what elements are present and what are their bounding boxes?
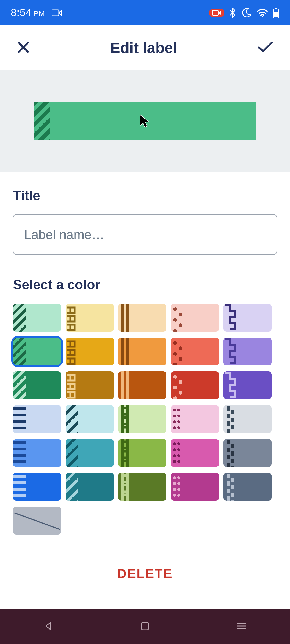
svg-point-2 — [262, 16, 263, 17]
bluetooth-icon — [229, 8, 236, 18]
nav-recents-button[interactable] — [235, 621, 247, 632]
android-nav-bar — [0, 609, 290, 644]
svg-rect-0 — [52, 10, 59, 16]
color-swatch[interactable] — [66, 439, 114, 467]
status-time-value: 8:54 — [11, 7, 32, 18]
color-swatch[interactable] — [171, 371, 219, 399]
nav-home-button[interactable] — [140, 621, 150, 632]
color-swatch[interactable] — [171, 405, 219, 433]
close-button[interactable] — [16, 40, 31, 56]
color-swatch[interactable] — [118, 405, 166, 433]
page-title: Edit label — [31, 39, 257, 56]
status-time-ampm: PM — [33, 9, 45, 18]
color-swatch[interactable] — [171, 473, 219, 501]
status-time: 8:54PM — [11, 7, 45, 19]
title-label: Title — [13, 188, 277, 203]
color-swatch[interactable] — [13, 304, 61, 332]
select-color-label: Select a color — [13, 277, 277, 292]
color-swatch[interactable] — [223, 439, 272, 467]
color-swatch[interactable] — [66, 405, 114, 433]
color-swatch[interactable] — [171, 304, 219, 332]
color-swatch[interactable] — [223, 304, 272, 332]
color-swatch[interactable] — [13, 371, 61, 399]
color-swatch[interactable] — [118, 439, 166, 467]
color-swatch[interactable] — [66, 371, 114, 399]
app-header: Edit label — [0, 25, 290, 70]
color-swatch[interactable] — [66, 473, 114, 501]
color-swatch[interactable] — [223, 405, 272, 433]
color-swatch[interactable] — [118, 338, 166, 365]
square-home-icon — [140, 621, 150, 631]
check-icon — [257, 41, 274, 54]
color-swatch[interactable] — [118, 371, 166, 399]
color-swatch[interactable] — [13, 338, 61, 365]
delete-button[interactable]: DELETE — [117, 566, 173, 581]
status-bar: 8:54PM — [0, 0, 290, 25]
screen-record-icon — [209, 9, 224, 17]
color-swatch[interactable] — [118, 473, 166, 501]
battery-icon — [273, 8, 279, 18]
color-swatch[interactable] — [223, 338, 272, 365]
cursor-icon — [139, 114, 151, 129]
hamburger-recents-icon — [235, 621, 247, 631]
color-swatch[interactable] — [13, 473, 61, 501]
label-name-input[interactable] — [13, 214, 277, 255]
color-swatch[interactable] — [223, 473, 272, 501]
label-preview-area — [0, 70, 290, 172]
triangle-back-icon — [43, 620, 55, 632]
nav-back-button[interactable] — [43, 620, 55, 633]
color-swatch[interactable] — [171, 439, 219, 467]
color-swatch[interactable] — [13, 405, 61, 433]
svg-rect-1 — [212, 10, 218, 15]
svg-rect-5 — [274, 12, 278, 17]
color-swatch-none[interactable] — [13, 507, 61, 535]
svg-rect-6 — [141, 622, 149, 630]
close-icon — [16, 40, 31, 54]
dnd-moon-icon — [241, 8, 252, 18]
color-swatch[interactable] — [223, 371, 272, 399]
wifi-icon — [257, 9, 268, 17]
color-swatch-grid — [13, 304, 277, 535]
confirm-button[interactable] — [257, 41, 274, 55]
color-swatch[interactable] — [66, 304, 114, 332]
camera-icon — [52, 9, 62, 17]
color-swatch[interactable] — [171, 338, 219, 365]
color-swatch[interactable] — [66, 338, 114, 365]
color-swatch[interactable] — [118, 304, 166, 332]
color-swatch[interactable] — [13, 439, 61, 467]
